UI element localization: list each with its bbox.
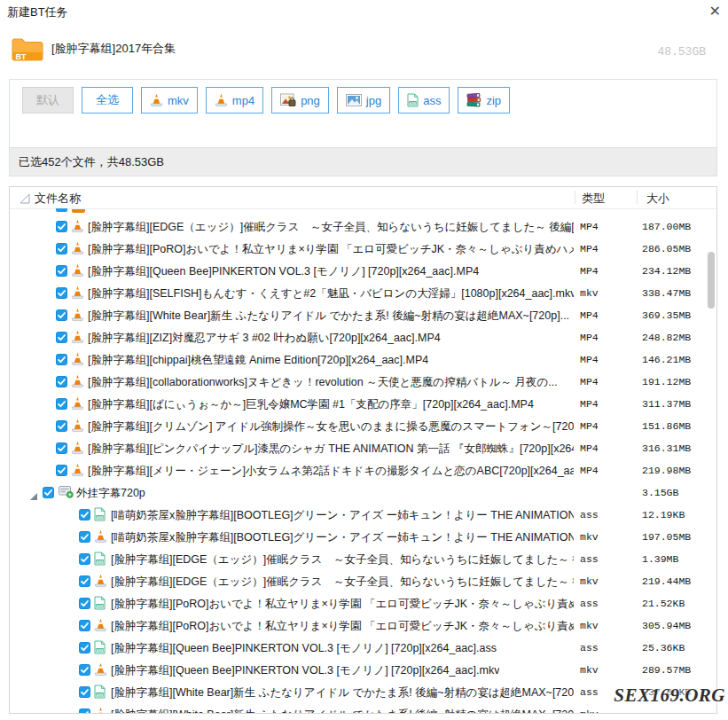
file-row[interactable]: [脸肿字幕组][クリムゾン] アイドル強制操作～女を思いのままに操る悪魔のスマー…	[10, 415, 716, 437]
filter-button-default[interactable]: 默认	[22, 87, 74, 113]
file-row[interactable]: [脸肿字幕组][メリー・ジェーン]小女ラムネ第2話ドキドキの撮影タイムと恋のAB…	[10, 459, 716, 481]
row-checkbox[interactable]	[79, 641, 90, 653]
filter-button-ass[interactable]: ASSass	[398, 87, 450, 113]
file-row[interactable]: ASS[喵萌奶茶屋x脸肿字幕组][BOOTLEG]グリーン・アイズ ー姉キュン！…	[10, 504, 716, 526]
row-checkbox[interactable]	[56, 397, 67, 409]
column-header-type[interactable]: 类型	[582, 191, 605, 207]
vlc-icon	[71, 463, 84, 481]
ass-file-icon: ASS	[94, 685, 106, 702]
column-header-name[interactable]: 文件名称	[35, 191, 81, 207]
file-type: MP4	[580, 332, 599, 343]
file-name: [脸肿字幕组][PoRO]おいでよ！私立ヤリま×り学園 「エロ可愛ビッチJK・奈…	[111, 619, 574, 634]
file-size: 12.19KB	[642, 509, 685, 520]
filter-button-mp4[interactable]: mp4	[206, 87, 263, 113]
ass-file-icon: ASS	[94, 596, 106, 614]
torrent-total-size: 48.53GB	[657, 45, 706, 59]
filter-button-png[interactable]: png	[271, 87, 329, 113]
row-checkbox[interactable]	[79, 552, 90, 564]
file-row[interactable]: ASS[脸肿字幕组][EDGE（エッジ）]催眠クラス ～女子全員、知らないうちに…	[10, 548, 716, 570]
file-size: 286.05MB	[642, 243, 691, 254]
file-row[interactable]: [脸肿字幕组][PoRO]おいでよ！私立ヤリま×り学園 「エロ可愛ビッチJK・奈…	[10, 614, 716, 637]
row-checkbox[interactable]	[79, 575, 90, 586]
row-checkbox[interactable]	[79, 619, 90, 630]
row-checkbox[interactable]	[79, 685, 90, 697]
row-checkbox[interactable]	[56, 220, 67, 231]
file-row[interactable]: [脸肿字幕组][Queen Bee]PINKERTON VOL.3 [モノリノ]…	[10, 659, 716, 681]
filter-button-jpg[interactable]: jpg	[337, 87, 390, 113]
row-checkbox[interactable]	[56, 309, 67, 320]
filter-button-label: jpg	[366, 94, 381, 107]
file-type: ass	[580, 642, 599, 653]
vlc-icon	[150, 93, 163, 107]
row-checkbox[interactable]	[79, 708, 90, 713]
file-row[interactable]: [脸肿字幕组][PoRO]おいでよ！私立ヤリま×り学園 「エロ可愛ビッチJK・奈…	[10, 238, 716, 260]
file-row[interactable]: [脸肿字幕组][collaborationworks]ヌキどきッ！revolut…	[10, 371, 716, 393]
file-row[interactable]: [脸肿字幕组][White Bear]新生 ふたなりアイドル でかたま系! 後編…	[10, 703, 716, 713]
row-checkbox[interactable]	[56, 375, 67, 387]
file-row[interactable]: [脸肿字幕组][White Bear]新生 ふたなりアイドル でかたま系! 後編…	[10, 304, 716, 326]
file-type: mkv	[580, 620, 599, 631]
row-checkbox[interactable]	[56, 419, 67, 431]
row-checkbox[interactable]	[79, 530, 90, 542]
file-row[interactable]: ASS[脸肿字幕组][White Bear]新生 ふたなりアイドル でかたま系!…	[10, 681, 716, 703]
file-name: [脸肿字幕组][EDGE（エッジ）]催眠クラス ～女子全員、知らないうちに妊娠し…	[88, 220, 574, 235]
filter-button-mkv[interactable]: mkv	[141, 87, 198, 113]
file-row[interactable]: [喵萌奶茶屋x脸肿字幕组][BOOTLEG]グリーン・アイズ ー姉キュン！よりー…	[10, 526, 716, 548]
row-checkbox[interactable]	[56, 242, 67, 254]
row-checkbox[interactable]	[56, 464, 67, 475]
file-row[interactable]: [脸肿字幕组][Queen Bee]PINKERTON VOL.3 [モノリノ]…	[10, 260, 716, 282]
filter-panel: 默认全选mkvmp4pngjpgASSasszip 已选452个文件，共48.5…	[9, 79, 717, 176]
file-type: mkv	[580, 575, 599, 587]
file-size: 146.21MB	[642, 354, 691, 365]
file-name: [脸肿字幕组][Queen Bee]PINKERTON VOL.3 [モノリノ]…	[88, 264, 479, 279]
file-size: 187.00MB	[642, 221, 691, 232]
vlc-icon	[94, 529, 107, 547]
file-type: MP4	[580, 354, 599, 365]
file-name: [脸肿字幕组][chippai]桃色望遠鏡 Anime Edition[720p…	[88, 353, 428, 368]
filter-button-select-all[interactable]: 全选	[82, 87, 133, 113]
filter-button-zip[interactable]: zip	[458, 87, 510, 113]
file-row[interactable]: [脸肿字幕组][chippai]桃色望遠鏡 Anime Edition[720p…	[10, 348, 716, 371]
file-row[interactable]: [脸肿字幕组][EDGE（エッジ）]催眠クラス ～女子全員、知らないうちに妊娠し…	[10, 570, 716, 592]
file-name: [脸肿字幕组][Queen Bee]PINKERTON VOL.3 [モノリノ]…	[111, 663, 499, 678]
vlc-icon	[71, 441, 84, 458]
file-name: [喵萌奶茶屋x脸肿字幕组][BOOTLEG]グリーン・アイズ ー姉キュン！よりー…	[111, 508, 574, 523]
row-checkbox[interactable]	[79, 508, 90, 520]
file-name: [脸肿字幕组][ピンクパイナップル]漆黒のシャガ THE ANIMATION 第…	[88, 442, 574, 457]
row-checkbox[interactable]	[56, 286, 67, 298]
row-checkbox[interactable]	[43, 486, 54, 497]
vlc-icon	[71, 219, 84, 237]
vlc-icon	[71, 286, 84, 303]
file-name: [脸肿字幕组][EDGE（エッジ）]催眠クラス ～女子全員、知らないうちに妊娠し…	[111, 575, 574, 590]
expand-triangle-icon[interactable]	[29, 489, 38, 505]
file-row[interactable]: [脸肿字幕组][EDGE（エッジ）]催眠クラス ～女子全員、知らないうちに妊娠し…	[10, 215, 716, 238]
row-checkbox[interactable]	[56, 264, 67, 276]
vlc-icon	[215, 93, 228, 107]
row-checkbox[interactable]	[56, 331, 67, 342]
row-checkbox[interactable]	[56, 353, 67, 364]
vlc-icon	[71, 419, 84, 436]
file-type: ass	[580, 598, 599, 609]
filter-button-label: 默认	[36, 92, 59, 108]
file-type: mkv	[580, 708, 599, 713]
file-row[interactable]: [脸肿字幕组][SELFISH]もんむす・くえすと#2「魅凪・バビロンの大淫婦」…	[10, 282, 716, 304]
folder-row[interactable]: 外挂字幕720p3.15GB	[10, 481, 716, 504]
filter-button-row: 默认全选mkvmp4pngjpgASSasszip	[22, 87, 510, 113]
file-row[interactable]: [脸肿字幕组][ZIZ]対魔忍アサギ 3 #02 叶わぬ願い[720p][x26…	[10, 326, 716, 348]
file-row[interactable]: ASS[脸肿字幕组][Queen Bee]PINKERTON VOL.3 [モノ…	[10, 637, 716, 659]
file-type: MP4	[580, 420, 599, 432]
sort-triangle-icon[interactable]	[20, 193, 30, 204]
close-icon[interactable]: ✕	[709, 4, 721, 20]
file-row[interactable]: [脸肿字幕组][ばにぃうぉ～か～]巨乳令嬢MC学園 #1「支配の序章」[720p…	[10, 393, 716, 415]
file-row[interactable]: [脸肿字幕组][ピンクパイナップル]漆黒のシャガ THE ANIMATION 第…	[10, 437, 716, 459]
column-header-size[interactable]: 大小	[646, 191, 669, 207]
file-name: [喵萌奶茶屋x脸肿字幕组][BOOTLEG]グリーン・アイズ ー姉キュン！よりー…	[111, 530, 574, 545]
file-type: MP4	[580, 221, 599, 232]
file-row[interactable]: ASS[脸肿字幕组][PoRO]おいでよ！私立ヤリま×り学園 「エロ可愛ビッチJ…	[10, 592, 716, 614]
row-checkbox[interactable]	[56, 442, 67, 453]
row-checkbox[interactable]	[79, 597, 90, 608]
row-checkbox-partial	[56, 208, 67, 212]
row-checkbox[interactable]	[79, 663, 90, 675]
file-size: 197.05MB	[642, 531, 691, 543]
vertical-scrollbar-thumb[interactable]	[708, 252, 715, 309]
